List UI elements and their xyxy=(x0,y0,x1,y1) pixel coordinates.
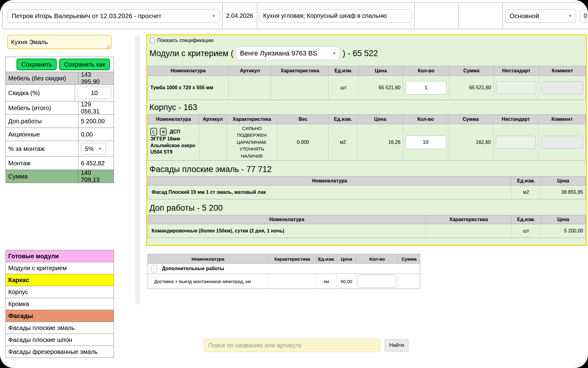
save-as-button[interactable]: Сохранить как xyxy=(59,59,110,70)
nomenclature-cell: Доставка + выезд монтажников межгород, к… xyxy=(148,274,268,289)
qty-input[interactable] xyxy=(405,136,446,149)
korpus-title-text: Корпус - 163 xyxy=(149,103,197,112)
table-row: Командировочные (более 150км), сутки (2 … xyxy=(148,224,586,238)
summary-row-furniture-no-discount: Мебель (без скидки) 143 395,90 xyxy=(6,72,114,85)
category-fasady-frezerovannye-emal[interactable]: Фасады фрезерованные эмаль xyxy=(6,346,114,358)
chevron-down-icon: ▼ xyxy=(98,147,102,151)
column-header: Цена xyxy=(358,66,403,75)
characteristic-cell: СИЛЬНО ПОДВЕРЖЕН ЦАРАПИНАМ. УТОЧНЯТЬ НАЛ… xyxy=(226,124,277,160)
nonstandard-input[interactable] xyxy=(496,136,536,149)
order-comment-input[interactable] xyxy=(259,9,412,23)
summary-label: Акционные xyxy=(6,128,78,141)
nonstandard-cell xyxy=(493,124,538,160)
korpus-table: Номенклатура Артикул Характеристика Вес … xyxy=(148,114,586,161)
summary-row-furniture-total: Мебель (итого) 129 056,31 xyxy=(6,102,114,115)
category-fasady-ploskie-shpon[interactable]: Фасады плоские шпон xyxy=(6,334,114,346)
column-header: Номенклатура xyxy=(148,66,228,75)
unit-cell: шт xyxy=(328,76,358,100)
collapse-button[interactable]: - xyxy=(151,265,157,272)
category-karkas[interactable]: Каркас xyxy=(6,274,114,286)
nomenclature-cell: Тумба 1000 x 720 x 555 мм xyxy=(148,76,228,100)
summary-value: 129 056,31 xyxy=(78,101,114,115)
project-name-input[interactable]: Кухня Эмаль xyxy=(7,35,111,49)
unit-cell: м2 xyxy=(328,124,357,160)
summary-row-extra-works: Доп.работы 5 200,00 xyxy=(6,115,114,128)
table-row: Доставка + выезд монтажников межгород, к… xyxy=(148,274,420,289)
sum-cell xyxy=(398,274,420,289)
criterion-select-value: Венге Луизиана 9763 BS xyxy=(240,49,317,57)
summary-value: 5 200,00 xyxy=(78,118,114,125)
summary-label: Доп.работы xyxy=(6,115,78,128)
nomenclature-head: ДСП xyxy=(170,129,180,134)
article-cell xyxy=(199,124,226,160)
dopwork-section-title: Доп работы - 5 200 xyxy=(149,202,223,214)
column-header: Коммент xyxy=(538,115,586,124)
column-header: Нестандарт xyxy=(493,66,539,75)
summary-value xyxy=(75,87,114,99)
summary-row-discount: Скидка (%) xyxy=(6,85,114,102)
column-header: Нестандарт xyxy=(493,115,538,124)
column-header: Характеристика xyxy=(226,115,277,124)
show-spec-checkbox[interactable] xyxy=(150,38,155,43)
category-moduli-s-kriteriem[interactable]: Модули с критерием xyxy=(6,262,114,274)
summary-value: 140 709,13 xyxy=(78,169,114,183)
qty-input[interactable] xyxy=(405,81,447,94)
category-kromka[interactable]: Кромка xyxy=(6,298,114,310)
date-cell: 2.04.2026 xyxy=(222,3,257,29)
column-header: Вес xyxy=(277,115,328,124)
category-fasady[interactable]: Фасады xyxy=(6,310,114,322)
characteristic-cell xyxy=(268,274,316,289)
column-header: Номенклатура xyxy=(148,177,511,185)
tag-f-button[interactable]: Ф xyxy=(160,128,167,136)
vertical-scrollbar[interactable] xyxy=(135,35,140,305)
discount-input[interactable] xyxy=(77,87,111,99)
client-select[interactable]: Петров Игорь Валерьевич от 12.03.2026 - … xyxy=(8,9,220,23)
unit-cell: шт xyxy=(511,224,541,238)
nonstandard-input[interactable] xyxy=(496,81,536,94)
column-header: Цена xyxy=(337,254,356,263)
column-header: Кол-во xyxy=(403,115,448,124)
category-list: Готовые модули Модули с критерием Каркас… xyxy=(6,250,114,358)
tag-c-button[interactable]: С xyxy=(150,128,157,136)
clipped-edge-input[interactable] xyxy=(580,9,588,23)
summary-buttons-row: Сохранить Сохранить как xyxy=(6,57,114,72)
sum-cell: 65 521,60 xyxy=(449,76,494,100)
modules-table: Номенклатура Артикул Характеристика Ед.и… xyxy=(148,66,586,100)
profile-cell: Основной ▼ xyxy=(503,3,588,29)
search-input[interactable] xyxy=(204,339,380,352)
summary-value: 5% ▼ xyxy=(78,143,114,155)
column-header: Ед.изм. xyxy=(328,66,358,75)
assembly-percent-select[interactable]: 5% ▼ xyxy=(81,143,106,155)
comment-cell xyxy=(257,3,415,29)
price-cell: 5 200,00 xyxy=(541,224,586,238)
category-gotovye-moduli[interactable]: Готовые модули xyxy=(6,250,114,262)
save-button[interactable]: Сохранить xyxy=(17,59,57,70)
comment-input[interactable] xyxy=(541,136,583,149)
facades-section-title: Фасады плоские эмаль - 77 712 xyxy=(149,163,272,175)
find-button[interactable]: Найти xyxy=(385,339,409,351)
qty-input[interactable] xyxy=(358,275,396,288)
group-row-additional-works: - Дополнительные работы xyxy=(148,263,420,274)
nomenclature-cell: Фасад Плоский 19 мм 1 ст эмаль, матовый … xyxy=(148,186,511,199)
column-header: Цена xyxy=(541,215,586,224)
column-header: Сумма xyxy=(398,254,420,263)
client-select-value: Петров Игорь Валерьевич от 12.03.2026 - … xyxy=(12,12,161,20)
chevron-down-icon: ▼ xyxy=(212,14,216,18)
facades-title-text: Фасады плоские эмаль - 77 712 xyxy=(149,165,272,174)
estimate-panel: Показать спецификацию Модули с критерием… xyxy=(146,34,587,246)
table-row: Тумба 1000 x 720 x 555 мм шт 65 521,60 6… xyxy=(148,76,586,100)
sum-cell: 162,60 xyxy=(448,124,493,160)
comment-input[interactable] xyxy=(541,81,583,94)
profile-select[interactable]: Основной ▼ xyxy=(506,9,576,23)
group-label: Дополнительные работы xyxy=(162,266,224,271)
category-korpus[interactable]: Корпус xyxy=(6,286,114,298)
summary-label: Сумма xyxy=(6,170,78,183)
price-cell: 60,00 xyxy=(337,274,356,289)
qty-cell xyxy=(356,274,398,289)
category-fasady-ploskie-emal[interactable]: Фасады плоские эмаль xyxy=(6,322,114,334)
summary-row-promo: Акционные 0,00 xyxy=(6,128,114,141)
assembly-percent-value: 5% xyxy=(85,145,94,152)
column-header: Номенклатура xyxy=(148,115,199,124)
criterion-select[interactable]: Венге Луизиана 9763 BS ▼ xyxy=(236,47,340,60)
nomenclature-cell: Командировочные (более 150км), сутки (2 … xyxy=(148,224,426,238)
